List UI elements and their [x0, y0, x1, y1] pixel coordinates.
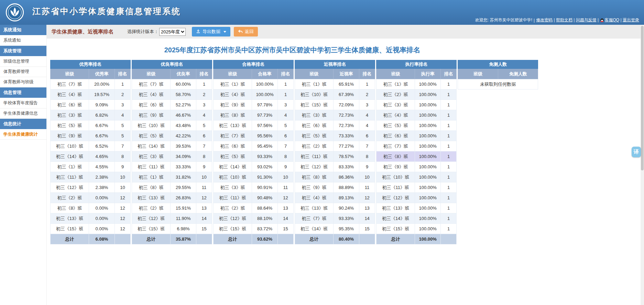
column-header: 班级: [51, 69, 89, 79]
table-row: 初三《13》班90.24%13: [295, 203, 375, 213]
table-row: 初三《11》班78.57%8: [295, 151, 375, 162]
translate-button[interactable]: 译: [632, 147, 641, 157]
column-header: 优良率: [171, 69, 196, 79]
no-data-row: 未获取到任何数据: [458, 79, 538, 90]
main-content: 学生体质健康、近视率排名 选择统计版本： 2025年度 导出数据 返回 202: [47, 25, 644, 305]
table-row: 初三《8》班29.55%11: [132, 182, 212, 193]
table-row: 初三《5》班42.22%6: [132, 131, 212, 141]
scrollbar-thumb[interactable]: [641, 26, 644, 170]
table-row: 初三《11》班2.38%10: [51, 172, 131, 182]
ranking-tables: 优秀率排名班级优秀率排名初三《7》班20.00%1初三《4》班19.57%2初三…: [47, 60, 644, 244]
table-title: 优秀率排名: [51, 60, 131, 69]
export-data-button[interactable]: 导出数据: [192, 27, 230, 36]
sidebar: 系统通知系统通知系统管理班级信息管理体育教师管理体育教师与班级信息管理学校体育年…: [0, 25, 47, 305]
sidebar-item-3[interactable]: 班级信息管理: [0, 56, 46, 67]
table-row: 初三《5》班100.00%1: [376, 120, 457, 131]
version-select[interactable]: 2025年度: [159, 28, 186, 36]
table-row: 初三《4》班19.57%2: [51, 90, 131, 100]
table-row: 初三《10》班6.52%7: [51, 141, 131, 151]
table-row: 初三《3》班34.09%8: [132, 151, 212, 162]
sidebar-item-10[interactable]: 学生体质健康统计: [0, 129, 46, 140]
table-row: 初三《7》班95.56%6: [214, 131, 294, 141]
column-header: 合格率: [252, 69, 278, 79]
table-row: 初三《14》班93.02%9: [214, 162, 294, 172]
table-row: 初三《15》班83.72%15: [214, 224, 294, 234]
sidebar-item-1[interactable]: 系统通知: [0, 35, 46, 46]
table-title: 合格率排名: [214, 60, 294, 69]
table-row: 初三《14》班100.00%1: [376, 213, 457, 224]
table-row: 初三《13》班100.00%1: [376, 203, 457, 213]
total-row: 总计93.62%: [214, 234, 294, 244]
header-links: 欢迎您: 苏州市吴中区碧波中学! | 修改密码 | 帮助文档 | 问题与反馈 |…: [475, 17, 639, 23]
sidebar-group-6[interactable]: 信息管理: [0, 87, 46, 98]
table-row: 初三《3》班6.82%4: [51, 110, 131, 120]
table-row: 初三《2》班100.00%1: [376, 90, 457, 100]
table-row: 初三《15》班72.09%3: [295, 100, 375, 110]
rank-table-6: 免测人数班级免测人数未获取到任何数据: [458, 60, 538, 90]
sidebar-item-7[interactable]: 学校体育年度报告: [0, 98, 46, 108]
feedback-link[interactable]: 问题与反馈: [576, 18, 597, 22]
column-header: 排名: [359, 69, 375, 79]
table-row: 初三《1》班4.55%9: [51, 162, 131, 172]
table-row: 初三《8》班97.73%4: [214, 110, 294, 120]
rank-table-2: 优良率排名班级优良率排名初三《7》班60.00%1初三《4》班58.70%2初三…: [132, 60, 212, 244]
sidebar-group-9[interactable]: 信息统计: [0, 119, 46, 129]
welcome-text: 欢迎您: 苏州市吴中区碧波中学!: [475, 17, 532, 23]
export-data-label: 导出数据: [203, 29, 220, 35]
table-row: 初三《4》班58.70%2: [132, 90, 212, 100]
help-doc-link[interactable]: 帮助文档: [556, 18, 572, 22]
table-title: 近视率排名: [295, 60, 375, 69]
app-logo-icon: [6, 3, 24, 22]
table-row: 初三《9》班88.89%11: [295, 182, 375, 193]
table-row: 初三《8》班100.00%1: [376, 151, 457, 162]
table-row: 初三《13》班0.00%12: [51, 213, 131, 224]
table-row: 初三《15》班6.98%15: [132, 224, 212, 234]
column-header: 班级: [295, 69, 334, 79]
sidebar-item-5[interactable]: 体育教师与班级: [0, 77, 46, 87]
table-row: 初三《10》班43.48%5: [132, 120, 212, 131]
table-title: 优良率排名: [132, 60, 212, 69]
caret-down-icon: [223, 31, 226, 33]
table-row: 初三《12》班2.38%10: [51, 182, 131, 193]
table-row: 初三《6》班9.09%3: [51, 100, 131, 110]
table-row: 初三《12》班100.00%1: [376, 193, 457, 203]
back-button[interactable]: 返回: [234, 27, 258, 36]
column-header: 班级: [458, 69, 498, 79]
table-row: 初三《13》班26.83%12: [132, 193, 212, 203]
table-row: 初三《2》班15.91%13: [132, 203, 212, 213]
table-row: 初三《12》班88.10%14: [214, 213, 294, 224]
sidebar-group-0[interactable]: 系统通知: [0, 25, 46, 35]
table-row: 初三《12》班83.33%9: [295, 162, 375, 172]
table-row: 初三《3》班72.73%4: [295, 110, 375, 120]
sidebar-group-2[interactable]: 系统管理: [0, 46, 46, 56]
table-row: 初三《5》班73.33%6: [295, 131, 375, 141]
table-row: 初三《7》班100.00%1: [376, 141, 457, 151]
table-row: 初三《1》班100.00%1: [214, 79, 294, 90]
scrollbar[interactable]: [641, 25, 644, 305]
table-row: 初三《6》班72.73%4: [295, 120, 375, 131]
logout-link[interactable]: 退出登录: [623, 18, 639, 22]
rank-table-1: 优秀率排名班级优秀率排名初三《7》班20.00%1初三《4》班19.57%2初三…: [50, 60, 131, 244]
app-header: 江苏省中小学体质健康信息管理系统 欢迎您: 苏州市吴中区碧波中学! | 修改密码…: [0, 0, 644, 25]
table-row: 初三《11》班33.33%9: [132, 162, 212, 172]
qq-support-link[interactable]: 客服QQ: [605, 18, 620, 22]
table-title: 免测人数: [458, 60, 538, 69]
table-row: 初三《8》班86.36%10: [295, 172, 375, 182]
total-row: 总计35.87%: [132, 234, 212, 244]
report-title: 2025年度江苏省苏州市吴中区苏州市吴中区碧波中学初三学生体质健康、近视率排名: [47, 45, 538, 55]
table-row: 初三《4》班89.13%12: [295, 193, 375, 203]
table-row: 初三《2》班0.00%12: [51, 193, 131, 203]
sidebar-item-4[interactable]: 体育教师管理: [0, 67, 46, 77]
change-password-link[interactable]: 修改密码: [536, 18, 553, 22]
column-header: 班级: [376, 69, 415, 79]
table-row: 初三《9》班97.78%3: [214, 100, 294, 110]
table-row: 初三《6》班100.00%1: [376, 131, 457, 141]
table-row: 初三《13》班97.56%5: [214, 120, 294, 131]
column-header: 班级: [132, 69, 171, 79]
table-row: 初三《5》班93.33%8: [214, 151, 294, 162]
sidebar-item-8[interactable]: 学生体质健康信息: [0, 108, 46, 119]
table-row: 初三《3》班90.91%11: [214, 182, 294, 193]
rank-table-5: 执行率排名班级执行率排名初三《1》班100.00%1初三《2》班100.00%1…: [376, 60, 457, 244]
download-icon: [196, 29, 200, 34]
qq-icon: [600, 18, 604, 23]
